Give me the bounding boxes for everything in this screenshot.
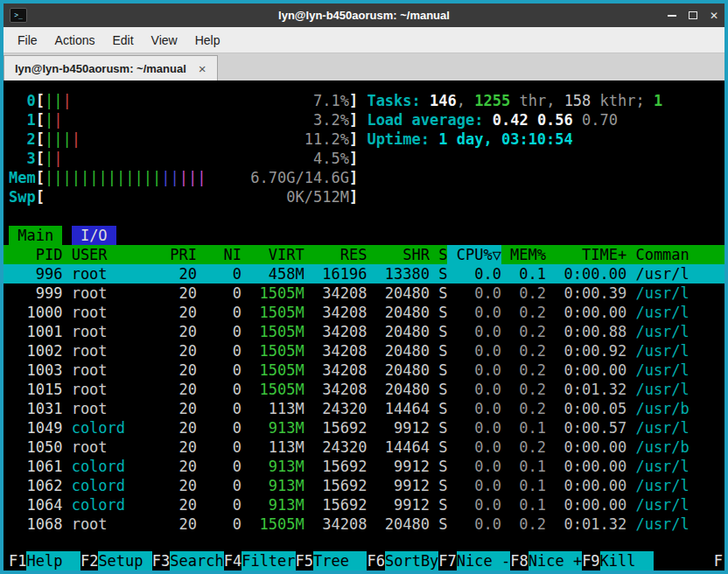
cpu-id: 0: [9, 91, 36, 110]
terminal-tab[interactable]: lyn@lyn-b450aorusm: ~/manual ×: [4, 55, 218, 80]
cell-ni: 0: [197, 264, 242, 284]
text: Uptime:: [367, 130, 438, 148]
meter-bar: |: [53, 92, 62, 109]
cell-command: /usr/l: [626, 457, 724, 476]
text: kthr;: [591, 92, 654, 109]
cell-res: 34208: [304, 380, 368, 399]
htop-tab-main[interactable]: Main: [9, 226, 62, 245]
cell-pid: 1062: [9, 476, 62, 495]
process-row[interactable]: 1061colord200913M156929912S0.00.10:00.00…: [4, 457, 724, 476]
column-header-s[interactable]: S: [430, 245, 447, 264]
menu-item-help[interactable]: Help: [186, 30, 229, 51]
process-row[interactable]: 999root2001505M3420820480S0.00.20:00.39/…: [4, 284, 724, 303]
cell-pid: 996: [9, 264, 62, 284]
process-row[interactable]: 1050root200113M2432014464S0.00.20:00.00/…: [4, 438, 724, 457]
column-header-mem[interactable]: MEM%: [501, 245, 546, 264]
meters-left: 0[|||7.1%]1[||3.2%]2[||||11.2%]3[||4.5%]…: [9, 91, 358, 206]
fkey-f8[interactable]: F8Nice +: [510, 551, 582, 570]
cell-mem-percent: 0.1: [501, 457, 546, 476]
column-header-user[interactable]: USER: [62, 245, 151, 264]
fkey-f4[interactable]: F4Filter: [224, 551, 296, 570]
column-header-pri[interactable]: PRI: [152, 245, 197, 264]
kthread-count: 158: [564, 92, 592, 109]
fkey-number: F3: [152, 551, 170, 570]
cell-virt: 1505M: [242, 341, 304, 360]
cell-state: S: [430, 380, 447, 399]
process-row[interactable]: 1062colord200913M156929912S0.00.10:00.00…: [4, 476, 724, 495]
process-row[interactable]: 1003root2001505M3420820480S0.00.20:00.00…: [4, 360, 724, 380]
meter-body: ||3.2%: [45, 110, 349, 130]
fkey-f1[interactable]: F1Help: [9, 551, 80, 570]
menu-item-edit[interactable]: Edit: [103, 30, 142, 51]
cell-ni: 0: [197, 495, 242, 514]
process-row[interactable]: 1064colord200913M156929912S0.00.10:00.00…: [4, 495, 724, 514]
cell-state: S: [430, 495, 447, 514]
menu-item-file[interactable]: File: [9, 30, 46, 51]
cell-user: colord: [62, 476, 151, 495]
cell-res: 34208: [304, 322, 368, 341]
meter-bar: |: [45, 92, 53, 109]
tab-bar: lyn@lyn-b450aorusm: ~/manual ×: [4, 53, 724, 80]
meter-bar: |: [62, 169, 71, 186]
uptime-line: Uptime: 1 day, 03:10:54: [367, 130, 724, 149]
process-row[interactable]: 1002root2001505M3420820480S0.00.20:00.92…: [4, 341, 724, 360]
column-header-ni[interactable]: NI: [197, 245, 242, 264]
fkey-label: Nice +: [528, 551, 582, 570]
process-row[interactable]: 996root200458M1619613380S0.00.10:00.00/u…: [4, 264, 724, 284]
column-header-shr[interactable]: SHR: [367, 245, 430, 264]
menu-item-actions[interactable]: Actions: [46, 30, 104, 51]
cell-time: 0:00.92: [546, 341, 626, 360]
process-row[interactable]: 1049colord200913M156929912S0.00.10:00.57…: [4, 418, 724, 438]
cell-cpu-percent: 0.0: [447, 399, 500, 418]
fkey-f[interactable]: F: [714, 551, 723, 570]
cell-mem-percent: 0.2: [501, 341, 546, 360]
column-header-cmd[interactable]: Comman: [626, 245, 724, 264]
fkey-f9[interactable]: F9Kill: [582, 551, 654, 570]
terminal-screen[interactable]: 0[|||7.1%]1[||3.2%]2[||||11.2%]3[||4.5%]…: [4, 80, 724, 570]
minimize-button[interactable]: [662, 4, 682, 27]
cell-virt: 1505M: [242, 514, 304, 534]
blank-line: [4, 206, 724, 226]
fkey-f2[interactable]: F2Setup: [80, 551, 152, 570]
cpu-percent: 11.2%: [304, 130, 349, 149]
maximize-button[interactable]: [682, 4, 704, 27]
column-header-pid[interactable]: PID: [9, 245, 62, 264]
htop-tab-io[interactable]: I/O: [72, 226, 116, 245]
column-header-res[interactable]: RES: [304, 245, 368, 264]
cell-shr: 9912: [367, 476, 430, 495]
cell-mem-percent: 0.2: [501, 284, 546, 303]
cell-user: colord: [62, 495, 151, 514]
meter-bar: |: [62, 130, 71, 148]
cell-user: root: [62, 341, 151, 360]
title-bar[interactable]: >_ lyn@lyn-b450aorusm: ~/manual ✕: [4, 4, 724, 27]
thread-count: 1255: [474, 92, 510, 109]
cell-pri: 20: [152, 284, 197, 303]
cell-user: root: [62, 322, 151, 341]
process-row[interactable]: 1000root2001505M3420820480S0.00.20:00.00…: [4, 303, 724, 322]
cell-res: 16196: [304, 264, 368, 284]
cell-cpu-percent: 0.0: [447, 438, 500, 457]
process-row[interactable]: 1031root200113M2432014464S0.00.20:00.05/…: [4, 399, 724, 418]
column-header-time[interactable]: TIME+: [546, 245, 626, 264]
cell-cpu-percent: 0.0: [447, 341, 500, 360]
column-header-virt[interactable]: VIRT: [242, 245, 304, 264]
cell-pid: 1049: [9, 418, 62, 438]
menu-bar: FileActionsEditViewHelp: [4, 27, 724, 53]
cell-time: 0:00.00: [546, 360, 626, 380]
bracket: [: [36, 110, 45, 130]
meter-bar: |: [45, 169, 53, 186]
process-row[interactable]: 1015root2001505M3420820480S0.00.20:01.32…: [4, 380, 724, 399]
fkey-f5[interactable]: F5Tree: [296, 551, 368, 570]
fkey-f6[interactable]: F6SortBy: [367, 551, 438, 570]
process-row[interactable]: 1068root2001505M3420820480S0.00.20:01.32…: [4, 514, 724, 534]
fkey-f3[interactable]: F3Search: [152, 551, 224, 570]
cell-command: /usr/l: [626, 418, 724, 438]
column-header-cpu[interactable]: CPU%▽: [447, 245, 500, 264]
tab-close-icon[interactable]: ×: [199, 62, 206, 75]
fkey-f7[interactable]: F7Nice -: [438, 551, 510, 570]
close-button[interactable]: ✕: [704, 4, 724, 27]
cell-res: 34208: [304, 514, 368, 534]
process-row[interactable]: 1001root2001505M3420820480S0.00.20:00.88…: [4, 322, 724, 341]
menu-item-view[interactable]: View: [143, 30, 186, 51]
cell-cpu-percent: 0.0: [447, 514, 500, 534]
